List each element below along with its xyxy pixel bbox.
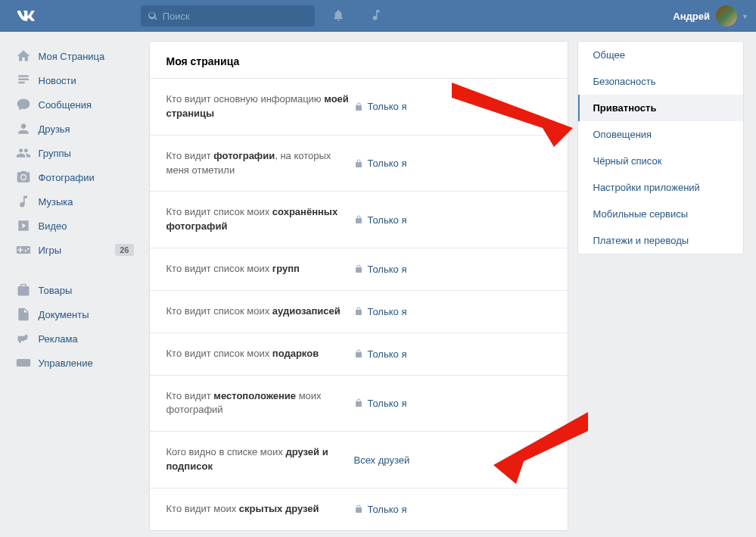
settings-nav-item[interactable]: Общее bbox=[578, 42, 743, 68]
lock-icon bbox=[354, 504, 363, 514]
privacy-row-value[interactable]: Только я bbox=[354, 504, 407, 515]
sidebar-item-label: Моя Страница bbox=[39, 51, 105, 62]
sidebar-item-label: Сообщения bbox=[39, 99, 92, 111]
settings-nav: ОбщееБезопасностьПриватностьОповещенияЧё… bbox=[577, 41, 744, 254]
sidebar-item-photos[interactable]: Фотографии bbox=[11, 165, 138, 189]
privacy-row-label: Кто видит список моих сохранённых фотогр… bbox=[166, 205, 354, 234]
friends-icon bbox=[16, 121, 31, 136]
search-icon bbox=[148, 11, 158, 21]
page-title: Моя страница bbox=[150, 42, 568, 78]
sidebar-item-mypage[interactable]: Моя Страница bbox=[11, 44, 138, 68]
privacy-settings-panel: Моя страница Кто видит основную информац… bbox=[149, 41, 568, 531]
sidebar-item-video[interactable]: Видео bbox=[11, 214, 138, 238]
settings-nav-item[interactable]: Мобильные сервисы bbox=[578, 201, 743, 227]
privacy-row-label: Кто видит список моих подарков bbox=[166, 347, 354, 361]
header-user[interactable]: Андрей ▾ bbox=[673, 5, 747, 27]
privacy-row-label: Кто видит фотографии, на которых меня от… bbox=[166, 149, 354, 178]
megaphone-icon bbox=[16, 331, 31, 346]
doc-icon bbox=[16, 307, 31, 322]
games-badge: 26 bbox=[115, 244, 133, 256]
sidebar-item-music[interactable]: Музыка bbox=[11, 189, 138, 214]
sidebar-item-games[interactable]: Игры26 bbox=[11, 238, 138, 262]
lock-icon bbox=[354, 307, 363, 316]
sidebar-item-label: Видео bbox=[39, 220, 67, 232]
messages-icon bbox=[16, 97, 31, 112]
privacy-row: Кто видит моих скрытых друзейТолько я bbox=[150, 488, 568, 530]
lock-icon bbox=[354, 264, 363, 273]
user-name: Андрей bbox=[673, 11, 710, 22]
privacy-row-label: Кто видит список моих аудиозаписей bbox=[166, 304, 354, 319]
privacy-row-label: Кто видит основную информацию моей стран… bbox=[166, 92, 354, 121]
privacy-row: Кто видит список моих подарковТолько я bbox=[150, 333, 568, 375]
avatar bbox=[716, 5, 737, 27]
sidebar-item-friends[interactable]: Друзья bbox=[11, 117, 138, 141]
sidebar-item-label: Товары bbox=[39, 285, 73, 296]
privacy-row: Кто видит список моих аудиозаписейТолько… bbox=[150, 290, 568, 333]
lock-icon bbox=[354, 102, 363, 111]
lock-icon bbox=[354, 159, 363, 168]
lock-icon bbox=[354, 349, 363, 358]
bag-icon bbox=[16, 283, 31, 298]
sidebar-item-label: Фотографии bbox=[39, 172, 95, 183]
games-icon bbox=[16, 242, 31, 258]
controller-icon bbox=[16, 355, 31, 370]
sidebar-item-label: Реклама bbox=[39, 333, 78, 345]
privacy-row-value[interactable]: Всех друзей bbox=[354, 454, 410, 466]
privacy-row-value[interactable]: Только я bbox=[354, 398, 407, 409]
camera-icon bbox=[16, 170, 31, 185]
privacy-row-label: Кто видит местоположение моих фотографий bbox=[166, 389, 354, 418]
settings-nav-item[interactable]: Приватность bbox=[578, 95, 743, 121]
sidebar-item-label: Документы bbox=[39, 309, 89, 320]
sidebar-item-label: Управление bbox=[39, 357, 93, 369]
news-icon bbox=[16, 73, 31, 88]
privacy-row-label: Кто видит список моих групп bbox=[166, 262, 354, 276]
music-note-icon bbox=[16, 194, 31, 209]
sidebar-item-news[interactable]: Новости bbox=[11, 68, 138, 92]
lock-icon bbox=[354, 398, 363, 407]
left-sidebar: Моя Страница Новости Сообщения Друзья Гр… bbox=[11, 41, 138, 531]
settings-nav-item[interactable]: Безопасность bbox=[578, 68, 743, 95]
privacy-row: Кто видит фотографии, на которых меня от… bbox=[150, 135, 568, 192]
settings-nav-item[interactable]: Платежи и переводы bbox=[578, 227, 743, 254]
privacy-row-value[interactable]: Только я bbox=[354, 101, 407, 112]
privacy-row: Кто видит список моих группТолько я bbox=[150, 248, 568, 290]
settings-nav-item[interactable]: Настройки приложений bbox=[578, 174, 743, 201]
sidebar-item-label: Группы bbox=[39, 148, 71, 159]
chevron-down-icon: ▾ bbox=[743, 12, 747, 20]
search-box[interactable] bbox=[141, 5, 315, 27]
privacy-row-value[interactable]: Только я bbox=[354, 306, 407, 317]
privacy-row: Кого видно в списке моих друзей и подпис… bbox=[150, 431, 568, 488]
privacy-row-value[interactable]: Только я bbox=[354, 264, 407, 275]
lock-icon bbox=[354, 215, 363, 224]
privacy-row: Кто видит местоположение моих фотографий… bbox=[150, 375, 568, 432]
sidebar-item-label: Музыка bbox=[39, 196, 73, 208]
header-icons bbox=[331, 8, 383, 24]
sidebar-item-goods[interactable]: Товары bbox=[11, 278, 138, 302]
groups-icon bbox=[16, 145, 31, 161]
sidebar-item-messages[interactable]: Сообщения bbox=[11, 92, 138, 117]
video-icon bbox=[16, 218, 31, 233]
settings-nav-item[interactable]: Оповещения bbox=[578, 121, 743, 148]
sidebar-item-label: Игры bbox=[39, 245, 62, 256]
music-icon[interactable] bbox=[369, 8, 383, 24]
main-content: Моя страница Кто видит основную информац… bbox=[149, 41, 745, 531]
privacy-row-value[interactable]: Только я bbox=[354, 348, 407, 360]
vk-logo[interactable] bbox=[17, 6, 35, 26]
privacy-row-value[interactable]: Только я bbox=[354, 158, 407, 169]
sidebar-item-label: Новости bbox=[39, 75, 76, 86]
top-header: Андрей ▾ bbox=[0, 0, 756, 32]
sidebar-item-manage[interactable]: Управление bbox=[11, 351, 138, 375]
privacy-row: Кто видит список моих сохранённых фотогр… bbox=[150, 191, 568, 248]
sidebar-item-groups[interactable]: Группы bbox=[11, 141, 138, 165]
search-input[interactable] bbox=[163, 11, 307, 22]
privacy-row-value[interactable]: Только я bbox=[354, 214, 407, 226]
privacy-row-label: Кого видно в списке моих друзей и подпис… bbox=[166, 445, 354, 474]
privacy-row: Кто видит основную информацию моей стран… bbox=[150, 78, 568, 135]
home-icon bbox=[16, 48, 31, 64]
bell-icon[interactable] bbox=[331, 8, 345, 24]
sidebar-item-ads[interactable]: Реклама bbox=[11, 326, 138, 351]
sidebar-item-docs[interactable]: Документы bbox=[11, 302, 138, 326]
settings-nav-item[interactable]: Чёрный список bbox=[578, 148, 743, 174]
sidebar-item-label: Друзья bbox=[39, 123, 70, 135]
privacy-row-label: Кто видит моих скрытых друзей bbox=[166, 502, 354, 517]
